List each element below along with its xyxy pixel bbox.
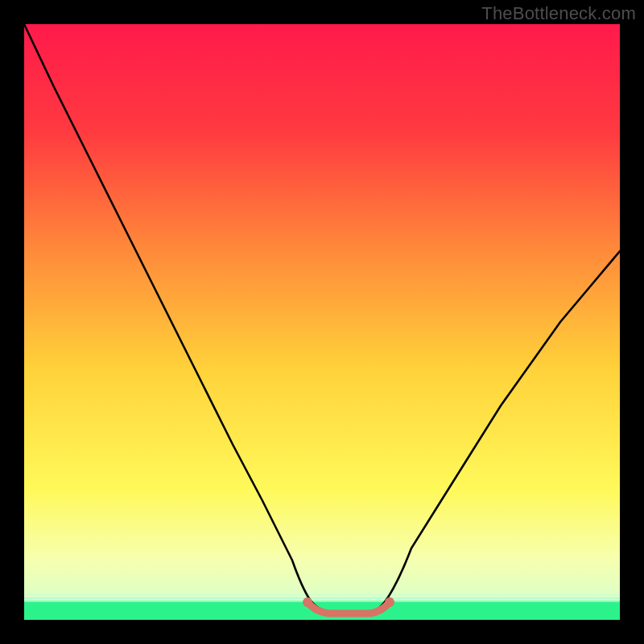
- gradient-background: [24, 24, 620, 620]
- watermark-text: TheBottleneck.com: [481, 3, 636, 24]
- svg-rect-3: [24, 594, 620, 596]
- green-band: [24, 594, 620, 620]
- svg-point-4: [303, 597, 312, 607]
- svg-rect-2: [24, 597, 620, 599]
- plot-area: [24, 24, 620, 620]
- svg-point-5: [385, 597, 394, 607]
- chart-frame: TheBottleneck.com: [0, 0, 644, 644]
- chart-svg: [24, 24, 620, 620]
- svg-rect-1: [24, 601, 620, 602]
